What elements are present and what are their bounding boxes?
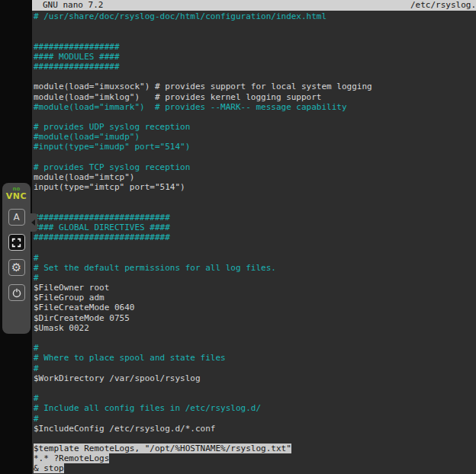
editor-line: $DirCreateMode 0755 [34,313,476,323]
editor-line: # [34,343,476,353]
editor-line [34,31,476,41]
editor[interactable]: # /usr/share/doc/rsyslog-doc/html/config… [32,11,476,474]
novnc-control-bar: no VNC A ⚙ [2,183,31,334]
editor-line: module(load="imuxsock") # provides suppo… [34,82,476,91]
editor-line: $Umask 0022 [34,323,476,333]
editor-line [34,333,476,343]
editor-line: $FileOwner root [34,283,476,293]
editor-line: # [34,393,476,403]
editor-line [34,72,476,82]
editor-line: # Where to place spool and state files [34,353,476,363]
power-icon [11,287,22,298]
editor-line: ########################### [34,213,476,223]
screen: no VNC A ⚙ GNU nano 7.2 /etc/rsyslog [0,0,476,474]
editor-line [34,242,476,252]
editor-line [34,434,476,444]
editor-line [34,21,476,31]
extra-keys-button[interactable]: A [8,209,25,226]
editor-line: $WorkDirectory /var/spool/rsyslog [34,373,476,383]
editor-line: & stop [34,463,476,473]
editor-line [34,383,476,393]
editor-line: ########################### [34,232,476,242]
editor-line: # [34,364,476,373]
novnc-logo: no VNC [6,187,27,200]
letter-a-icon: A [13,213,19,222]
editor-line: $FileCreateMode 0640 [34,303,476,312]
editor-line: ################# [34,62,476,72]
editor-line: #module(load="immark") # provides --MARK… [34,102,476,112]
novnc-logo-text: VNC [6,192,27,200]
file-path-label: /etc/rsyslog. [410,0,476,11]
editor-line: # [34,414,476,424]
editor-line: module(load="imtcp") [34,172,476,182]
editor-line [34,192,476,202]
editor-line: *.* ?RemoteLogs [34,453,476,463]
editor-line [34,112,476,122]
fullscreen-button[interactable] [8,234,25,251]
editor-line: # provides UDP syslog reception [34,122,476,132]
editor-line: # Include all config files in /etc/rsysl… [34,403,476,413]
editor-line: module(load="imklog") # provides kernel … [34,92,476,102]
editor-line: # [34,253,476,263]
gear-icon: ⚙ [11,262,21,274]
control-bar-handle[interactable] [28,213,37,232]
fullscreen-icon [11,238,21,248]
editor-line: # /usr/share/doc/rsyslog-doc/html/config… [34,11,476,21]
settings-button[interactable]: ⚙ [8,259,25,276]
editor-line: # provides TCP syslog reception [34,162,476,172]
editor-line: #module(load="imudp") [34,132,476,142]
nano-version-label: GNU nano 7.2 [32,0,103,11]
nano-titlebar: GNU nano 7.2 /etc/rsyslog. [32,0,476,11]
editor-line: ################# [34,42,476,52]
editor-line [34,203,476,213]
editor-line: #### GLOBAL DIRECTIVES #### [34,223,476,232]
editor-line: $IncludeConfig /etc/rsyslog.d/*.conf [34,424,476,434]
editor-line: $template RemoteLogs, "/opt/%HOSTNAME%/r… [34,444,476,453]
editor-line: #### MODULES #### [34,52,476,62]
editor-line: # [34,273,476,283]
editor-line: $FileGroup adm [34,293,476,303]
editor-line: # Set the default permissions for all lo… [34,263,476,273]
editor-line: #input(type="imudp" port="514") [34,142,476,152]
collapse-arrow-icon [31,219,35,226]
editor-line: input(type="imtcp" port="514") [34,182,476,192]
editor-line [34,152,476,162]
power-button[interactable] [8,284,25,301]
